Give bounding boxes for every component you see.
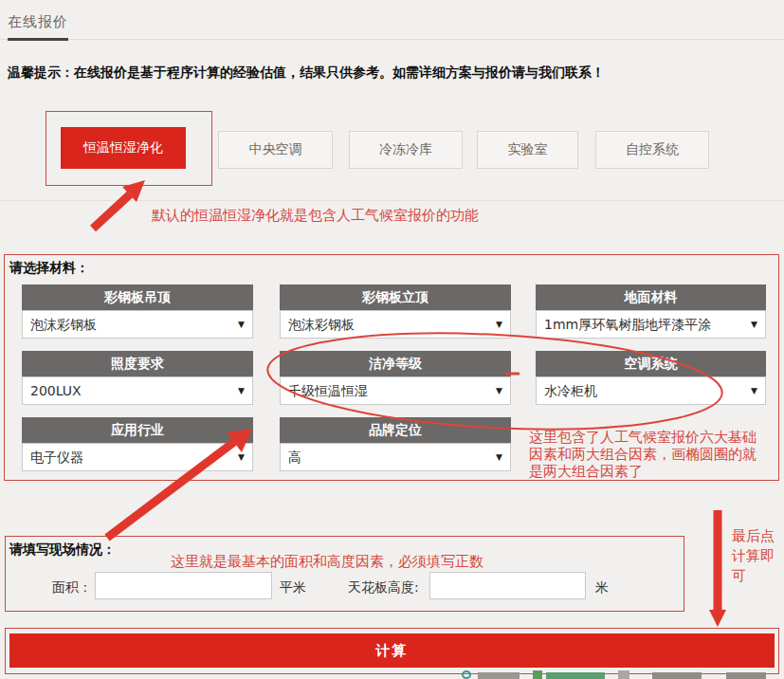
tab-label: 恒温恒湿净化 — [83, 139, 163, 156]
field-header: 空调系统 — [536, 351, 766, 376]
dropdown-arrow-icon: ▼ — [496, 377, 502, 404]
select-hvac-system[interactable]: 水冷柜机 ▼ — [536, 376, 766, 405]
annotation-materials-note-line1: 这里包含了人工气候室报价六大基础 — [529, 429, 757, 446]
annotation-arrow-tab — [93, 180, 145, 229]
select-floor-material[interactable]: 1mm厚环氧树脂地坪漆平涂 ▼ — [536, 310, 766, 339]
title-divider — [0, 39, 784, 40]
tab-central-air-conditioning[interactable]: 中央空调 — [218, 131, 333, 169]
annotation-arrow-calc — [709, 510, 726, 627]
field-header: 洁净等级 — [280, 351, 511, 376]
field-illumination: 照度要求 200LUX ▼ — [22, 351, 253, 405]
annotation-calc-note-line2: 计算即 — [732, 547, 775, 564]
field-header: 应用行业 — [22, 417, 253, 443]
annotation-materials-note-line2: 因素和两大组合因素，画椭圆圈的就 — [529, 446, 757, 463]
field-ceiling-panel: 彩钢板吊顶 泡沫彩钢板 ▼ — [22, 284, 253, 339]
field-header: 品牌定位 — [280, 417, 511, 443]
annotation-calc-note-line1: 最后点 — [732, 527, 775, 544]
tab-label: 自控系统 — [626, 141, 679, 158]
select-industry[interactable]: 电子仪器 ▼ — [22, 443, 253, 471]
tab-freezer-cold-storage[interactable]: 冷冻冷库 — [349, 131, 463, 169]
tab-constant-temp-humidity-purification[interactable]: 恒温恒湿净化 — [61, 127, 186, 169]
warm-tip-text: 温馨提示：在线报价是基于程序计算的经验估值，结果只供参考。如需详细方案与报价请与… — [8, 64, 605, 82]
area-input[interactable] — [95, 572, 272, 599]
select-value: 电子仪器 — [30, 450, 83, 465]
tabs-divider — [0, 200, 784, 201]
tab-automatic-control-system[interactable]: 自控系统 — [595, 131, 709, 169]
field-header: 彩钢板立顶 — [280, 284, 511, 310]
select-cleanliness-level[interactable]: 千级恒温恒湿 ▼ — [280, 376, 511, 405]
select-brand-positioning[interactable]: 高 ▼ — [280, 443, 511, 471]
area-unit: 平米 — [280, 579, 306, 596]
footer-clipped-icon — [533, 670, 542, 679]
dropdown-arrow-icon: ▼ — [496, 444, 502, 470]
field-header: 照度要求 — [22, 351, 253, 376]
select-value: 200LUX — [30, 383, 82, 398]
dropdown-arrow-icon: ▼ — [496, 311, 502, 338]
tab-label: 中央空调 — [249, 141, 302, 158]
field-header: 彩钢板吊顶 — [22, 284, 253, 310]
select-value: 水冷柜机 — [544, 383, 597, 398]
footer-clipped-icon — [462, 670, 471, 679]
footer-clipped-text — [726, 672, 766, 679]
dropdown-arrow-icon: ▼ — [751, 377, 757, 404]
ceiling-height-input[interactable] — [429, 572, 586, 599]
dropdown-arrow-icon: ▼ — [751, 311, 757, 338]
annotation-site-note: 这里就是最基本的面积和高度因素，必须填写正数 — [171, 553, 483, 570]
calculate-button[interactable]: 计算 — [9, 633, 775, 668]
tab-label: 冷冻冷库 — [379, 141, 432, 158]
dropdown-arrow-icon: ▼ — [238, 444, 245, 470]
dropdown-arrow-icon: ▼ — [238, 311, 245, 338]
footer-clipped-text — [478, 672, 520, 679]
field-wall-panel: 彩钢板立顶 泡沫彩钢板 ▼ — [280, 284, 511, 339]
select-value: 泡沫彩钢板 — [30, 317, 97, 332]
site-section-label: 请填写现场情况： — [9, 541, 116, 559]
select-value: 千级恒温恒湿 — [288, 383, 368, 398]
field-cleanliness-level: 洁净等级 千级恒温恒湿 ▼ — [280, 351, 511, 405]
tab-laboratory[interactable]: 实验室 — [477, 131, 578, 169]
field-floor-material: 地面材料 1mm厚环氧树脂地坪漆平涂 ▼ — [536, 284, 766, 339]
ceiling-height-label: 天花板高度: — [348, 579, 419, 596]
annotation-tab-note: 默认的恒温恒湿净化就是包含人工气候室报价的功能 — [152, 207, 479, 224]
dropdown-arrow-icon: ▼ — [238, 377, 245, 404]
field-industry: 应用行业 电子仪器 ▼ — [22, 417, 253, 471]
select-value: 1mm厚环氧树脂地坪漆平涂 — [544, 317, 711, 332]
field-header: 地面材料 — [536, 284, 766, 310]
tab-label: 实验室 — [508, 141, 548, 158]
materials-section-label: 请选择材料： — [9, 260, 89, 277]
select-value: 高 — [288, 450, 301, 465]
area-label: 面积： — [52, 579, 92, 596]
footer-clipped-text — [652, 672, 702, 679]
field-hvac-system: 空调系统 水冷柜机 ▼ — [536, 351, 766, 405]
annotation-materials-note-line3: 是两大组合因素了 — [529, 463, 643, 480]
page-title: 在线报价 — [8, 13, 68, 31]
select-value: 泡沫彩钢板 — [288, 317, 355, 332]
title-active-underline — [8, 38, 68, 41]
select-wall-panel[interactable]: 泡沫彩钢板 ▼ — [280, 310, 511, 339]
annotation-calc-note-line3: 可 — [732, 567, 746, 584]
select-illumination[interactable]: 200LUX ▼ — [22, 376, 253, 405]
footer-clipped-icon — [618, 670, 629, 679]
footer-clipped-text — [546, 672, 605, 679]
online-quote-page: 在线报价 温馨提示：在线报价是基于程序计算的经验估值，结果只供参考。如需详细方案… — [0, 0, 784, 679]
ceiling-height-unit: 米 — [595, 579, 609, 596]
select-ceiling-panel[interactable]: 泡沫彩钢板 ▼ — [22, 310, 253, 339]
field-brand-positioning: 品牌定位 高 ▼ — [280, 417, 511, 471]
